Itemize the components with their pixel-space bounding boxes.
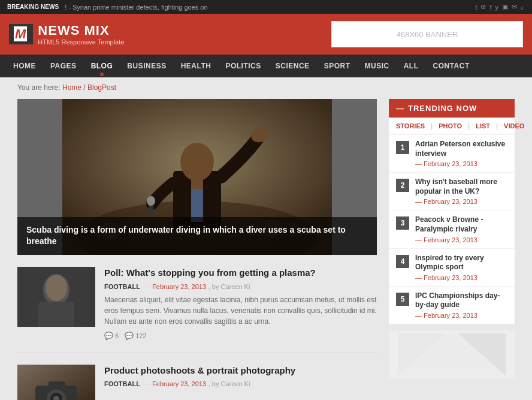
nav-link-home[interactable]: HOME (6, 55, 43, 77)
logo-icon: M (9, 24, 33, 44)
rss-icon[interactable]: ▣ (502, 3, 508, 11)
nav-item-health[interactable]: HEALTH (174, 55, 219, 77)
breadcrumb-sep: / (83, 83, 87, 92)
tab-list[interactable]: LIST (476, 122, 490, 130)
facebook-icon[interactable]: f (489, 4, 491, 11)
tab-photo[interactable]: PHOTO (439, 122, 462, 130)
trend-title-1[interactable]: Adrian Peterson exclusive interview (415, 140, 507, 158)
logo-area: M NEWS MIX HTML5 Responsive Template (9, 23, 124, 46)
trend-title-4[interactable]: Inspired to try every Olympic sport (415, 254, 507, 272)
svg-point-8 (147, 196, 155, 206)
comment-icon: 💬 (104, 332, 113, 340)
tab-sep-1: | (431, 122, 433, 130)
article-thumb-svg (17, 267, 95, 327)
search-icon[interactable]: ⌕ (521, 4, 525, 11)
svg-point-16 (46, 275, 67, 301)
trend-number-4: 4 (396, 255, 409, 268)
logo-text: NEWS MIX HTML5 Responsive Template (38, 23, 124, 46)
main-layout: Scuba diving is a form of underwater div… (17, 99, 515, 400)
breadcrumb-home[interactable]: Home (62, 83, 81, 92)
article-meta: Poll: What's stopping you from getting a… (104, 267, 377, 340)
tab-video[interactable]: VIDEO (504, 122, 524, 130)
article-card: Poll: What's stopping you from getting a… (17, 267, 377, 353)
nav-link-health[interactable]: HEALTH (174, 55, 219, 77)
content-area: Scuba diving is a form of underwater div… (17, 99, 377, 400)
nav-link-blog[interactable]: BLOG (84, 55, 120, 77)
trend-number-1: 1 (396, 141, 409, 154)
comment-count: 6 (115, 332, 119, 339)
tab-sep-3: | (496, 122, 498, 130)
nav-item-all[interactable]: ALL (397, 55, 426, 77)
twitter-icon[interactable]: t (475, 4, 477, 11)
breaking-label: BREAKING NEWS (7, 4, 59, 10)
share-count: 122 (135, 332, 146, 339)
site-header: M NEWS MIX HTML5 Responsive Template 468… (0, 14, 532, 55)
nav-link-sport[interactable]: SPORT (317, 55, 358, 77)
trend-title-2[interactable]: Why isn't baseball more popular in the U… (415, 178, 507, 196)
nav-link-pages[interactable]: PAGES (43, 55, 84, 77)
nav-item-blog[interactable]: BLOG (84, 55, 120, 77)
nav-item-pages[interactable]: PAGES (43, 55, 84, 77)
trend-title-3[interactable]: Peacock v Browne - Paralympic rivalry (415, 215, 507, 234)
share-icon: 💬 (125, 332, 134, 340)
nav-link-all[interactable]: ALL (397, 55, 426, 77)
article-author: by Careen Ki (212, 283, 250, 290)
sidebar-ad-svg (398, 333, 506, 375)
trend-text-1: Adrian Peterson exclusive interview Febr… (415, 140, 507, 167)
svg-rect-5 (191, 177, 203, 189)
trend-text-5: IPC Championships day-by-day guide Febru… (415, 291, 507, 319)
trend-date-5: February 23, 2013 (415, 312, 507, 319)
trend-date-1: February 23, 2013 (415, 160, 507, 167)
breaking-icons: t ⊕ f y ▣ ✉ ⌕ (475, 3, 525, 11)
article-meta-2: Product photoshoots & portrait photograp… (104, 365, 377, 401)
trend-number-5: 5 (396, 293, 409, 306)
sidebar: TRENDING NOW STORIES | PHOTO | LIST | VI… (389, 99, 515, 400)
nav-item-home[interactable]: HOME (6, 55, 43, 77)
article-stats: 💬 6 💬 122 (104, 332, 377, 340)
article-title-2: Product photoshoots & portrait photograp… (104, 365, 377, 377)
comment-stat: 💬 6 (104, 332, 119, 340)
article-thumbnail-2 (17, 365, 95, 401)
nav-link-science[interactable]: SCIENCE (268, 55, 317, 77)
youtube-icon[interactable]: y (495, 4, 499, 11)
tab-stories[interactable]: STORIES (396, 122, 425, 130)
nav-link-contact[interactable]: CONTACT (425, 55, 476, 77)
trending-item-4: 4 Inspired to try every Olympic sport Fe… (389, 249, 515, 287)
svg-rect-15 (38, 302, 74, 327)
breadcrumb-prefix: You are here: (17, 83, 61, 92)
trend-title-5[interactable]: IPC Championships day-by-day guide (415, 291, 507, 310)
article-thumb-svg-2 (17, 365, 95, 401)
hero-caption: Scuba diving is a form of underwater div… (17, 217, 377, 255)
svg-rect-20 (49, 381, 65, 390)
site-subtitle: HTML5 Responsive Template (38, 38, 124, 46)
trending-tabs: STORIES | PHOTO | LIST | VIDEO (389, 118, 515, 135)
tab-sep-2: | (468, 122, 470, 130)
nav-list: HOME PAGES BLOG BUSINESS HEALTH POLITICS… (6, 55, 526, 77)
article-date-2: February 23, 2013 (152, 380, 206, 387)
trending-box: TRENDING NOW STORIES | PHOTO | LIST | VI… (389, 99, 515, 324)
nav-link-politics[interactable]: POLITICS (218, 55, 268, 77)
trending-item-3: 3 Peacock v Browne - Paralympic rivalry … (389, 210, 515, 248)
trending-item-2: 2 Why isn't baseball more popular in the… (389, 173, 515, 210)
main-nav: HOME PAGES BLOG BUSINESS HEALTH POLITICS… (0, 55, 532, 77)
article-title: Poll: What's stopping you from getting a… (104, 267, 377, 279)
trend-date-2: February 23, 2013 (415, 198, 507, 205)
breadcrumb-current[interactable]: BlogPost (87, 83, 116, 92)
nav-item-business[interactable]: BUSINESS (120, 55, 173, 77)
nav-item-science[interactable]: SCIENCE (268, 55, 317, 77)
trend-number-2: 2 (396, 179, 409, 192)
svg-point-4 (180, 143, 214, 181)
nav-item-contact[interactable]: CONTACT (425, 55, 476, 77)
nav-item-music[interactable]: MUSIC (357, 55, 396, 77)
nav-item-politics[interactable]: POLITICS (218, 55, 268, 77)
trend-date-3: February 23, 2013 (415, 236, 507, 243)
trend-text-2: Why isn't baseball more popular in the U… (415, 178, 507, 205)
article-date: February 23, 2013 (152, 283, 206, 290)
trend-text-3: Peacock v Browne - Paralympic rivalry Fe… (415, 215, 507, 243)
mail-icon[interactable]: ✉ (512, 3, 517, 11)
google-icon[interactable]: ⊕ (480, 3, 486, 11)
breadcrumb: You are here: Home / BlogPost (17, 83, 515, 92)
nav-link-business[interactable]: BUSINESS (120, 55, 173, 77)
nav-item-sport[interactable]: SPORT (317, 55, 358, 77)
nav-link-music[interactable]: MUSIC (357, 55, 396, 77)
